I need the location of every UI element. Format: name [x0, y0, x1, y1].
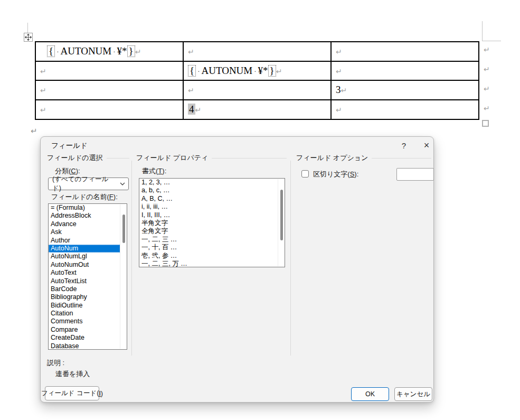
format-item[interactable]: 半角文字 — [139, 219, 285, 227]
field-switch-text: ¥* — [117, 45, 127, 57]
cell-end-mark: ↵ — [188, 48, 194, 56]
table-cell[interactable]: ↵ — [331, 100, 479, 119]
field-name-item[interactable]: Ask — [49, 228, 127, 236]
format-item[interactable]: 一, 二, 三, 万 … — [139, 260, 285, 267]
format-item[interactable]: A, B, C, … — [139, 195, 285, 203]
space-mark: · — [197, 67, 200, 75]
field-name-item[interactable]: Comments — [49, 318, 127, 325]
row-end-mark: ↵ — [484, 85, 490, 93]
format-item[interactable]: 一, 十, 百 … — [139, 244, 285, 251]
section-title: フィールド オプション — [296, 153, 368, 163]
field-name-item[interactable]: Advance — [49, 220, 127, 228]
field-name-item[interactable]: AutoTextList — [49, 277, 127, 285]
table-move-handle[interactable] — [24, 33, 33, 42]
field-names-scrollbar[interactable] — [120, 204, 127, 349]
cell-end-mark: ↵ — [341, 86, 347, 95]
right-margin-line — [482, 21, 483, 41]
table-cell[interactable]: ↵ — [35, 61, 183, 81]
field-name-item[interactable]: AutoNum — [49, 245, 127, 253]
close-button[interactable]: × — [420, 138, 433, 152]
scrollbar-thumb[interactable] — [280, 190, 283, 240]
row-end-mark: ↵ — [484, 104, 490, 113]
field-name-item[interactable]: BidiOutline — [49, 302, 127, 310]
cell-end-mark: ↵ — [336, 48, 342, 56]
field-result: 3 — [336, 84, 341, 95]
section-divider — [290, 161, 291, 356]
field-name-item[interactable]: AutoText — [49, 269, 127, 277]
table-cell[interactable]: ↵ — [35, 100, 183, 119]
field-name-item[interactable]: Author — [49, 237, 127, 245]
cell-end-mark: ↵ — [40, 106, 46, 114]
field-name-item[interactable]: CreateDate — [49, 334, 127, 342]
help-button[interactable]: ? — [398, 139, 410, 152]
table-row: {·AUTONUM·¥*}↵ ↵ ↵ — [35, 42, 479, 61]
table-cell[interactable]: {·AUTONUM·¥*}↵ — [183, 61, 331, 81]
document-table: {·AUTONUM·¥*}↵ ↵ ↵ ↵ {·AUTONUM·¥*}↵ ↵ ↵ … — [35, 41, 479, 120]
field-name-item[interactable]: = (Formula) — [49, 204, 127, 212]
separator-input[interactable] — [396, 168, 434, 181]
separator-label: 区切り文字(S): — [313, 170, 358, 179]
field-names-list[interactable]: = (Formula)AddressBlockAdvanceAskAuthorA… — [48, 203, 127, 350]
format-item[interactable]: I, II, III, … — [139, 211, 285, 219]
section-rule — [107, 158, 129, 158]
format-item[interactable]: i, ii, iii, … — [139, 203, 285, 211]
description-label: 説明 : — [47, 358, 64, 368]
left-margin-line — [27, 23, 28, 34]
cell-end-mark: ↵ — [276, 67, 282, 76]
category-dropdown[interactable]: (すべてのフィールド) — [48, 178, 129, 190]
move-arrows-icon — [25, 34, 32, 41]
table-row: ↵ 4↵ ↵ — [35, 100, 479, 119]
section-title: フィールドの選択 — [47, 153, 103, 163]
field-name-item[interactable]: BarCode — [49, 285, 127, 293]
separator-checkbox[interactable] — [301, 170, 309, 178]
format-scrollbar[interactable] — [278, 179, 285, 266]
right-margin-hline — [482, 41, 501, 41]
section-field-selection: フィールドの選択 — [47, 153, 129, 163]
field-code: {·AUTONUM·¥*} — [188, 65, 276, 76]
cancel-button[interactable]: キャンセル — [394, 387, 432, 401]
format-item[interactable]: 壱, 弐, 参 … — [139, 252, 285, 260]
row-end-mark: ↵ — [484, 45, 490, 54]
format-label: 書式(T): — [142, 166, 166, 176]
scrollbar-thumb[interactable] — [122, 214, 125, 243]
field-name-item[interactable]: AutoNumLgl — [49, 253, 127, 260]
format-item[interactable]: a, b, c, … — [139, 186, 285, 194]
space-mark: · — [56, 48, 59, 55]
table-cell[interactable]: ↵ — [331, 61, 479, 81]
table-cell[interactable]: 3↵ — [331, 80, 479, 100]
field-name-item[interactable]: Citation — [49, 310, 127, 318]
table-cell[interactable]: ↵ — [183, 80, 331, 100]
section-rule — [372, 158, 431, 158]
table-resize-handle[interactable] — [482, 120, 489, 127]
format-item[interactable]: 全角文字 — [139, 227, 285, 235]
field-name-item[interactable]: Bibliography — [49, 293, 127, 301]
section-field-properties: フィールド プロパティ — [136, 153, 287, 163]
table-cell[interactable]: {·AUTONUM·¥*}↵ — [35, 42, 183, 61]
cell-end-mark: ↵ — [40, 67, 46, 76]
field-name-item[interactable]: Database — [49, 342, 127, 350]
field-code-button[interactable]: フィールド コード(I) — [45, 386, 99, 400]
space-mark: · — [254, 67, 256, 75]
format-item[interactable]: 1, 2, 3, … — [139, 179, 285, 186]
field-name-item[interactable]: AutoNumOut — [49, 261, 127, 269]
table-cell[interactable]: ↵ — [35, 80, 183, 100]
section-rule — [212, 158, 287, 158]
table-cell[interactable]: 4↵ — [183, 100, 331, 119]
field-brace-close: } — [127, 45, 135, 57]
paragraph-mark: ↵ — [31, 126, 37, 136]
ok-button[interactable]: OK — [351, 387, 389, 401]
table-cell[interactable]: ↵ — [331, 42, 479, 61]
field-dialog: フィールド ? × フィールドの選択 フィールド プロパティ フィールド オプシ… — [40, 136, 434, 403]
format-list[interactable]: 1, 2, 3, …a, b, c, …A, B, C, …i, ii, iii… — [139, 178, 285, 267]
table-cell[interactable]: ↵ — [183, 42, 331, 61]
field-code: {·AUTONUM·¥*} — [47, 45, 135, 57]
category-value: (すべてのフィールド) — [49, 175, 117, 193]
cell-end-mark: ↵ — [40, 86, 46, 95]
field-name-item[interactable]: AddressBlock — [49, 212, 127, 220]
field-brace-open: { — [47, 45, 55, 57]
cell-end-mark: ↵ — [336, 67, 342, 76]
section-divider — [131, 161, 132, 356]
section-field-options: フィールド オプション — [296, 153, 431, 163]
format-item[interactable]: 一, 二, 三 … — [139, 236, 285, 244]
field-name-item[interactable]: Compare — [49, 326, 127, 334]
